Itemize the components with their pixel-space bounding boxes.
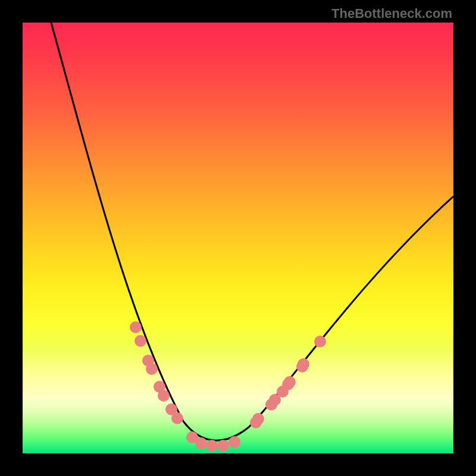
data-marker xyxy=(217,440,229,452)
data-marker xyxy=(314,336,326,347)
data-marker xyxy=(284,376,296,388)
data-marker xyxy=(134,335,146,347)
bottleneck-curve xyxy=(51,23,453,440)
data-marker xyxy=(206,440,218,452)
data-marker xyxy=(195,437,207,449)
data-marker xyxy=(252,413,264,425)
data-marker xyxy=(130,321,142,333)
curve-svg xyxy=(23,23,453,453)
data-marker xyxy=(228,436,240,448)
chart-frame xyxy=(23,23,453,453)
data-marker xyxy=(146,363,158,375)
data-marker xyxy=(171,412,183,424)
data-markers xyxy=(130,321,326,452)
attribution-text: TheBottleneck.com xyxy=(331,6,452,21)
data-marker xyxy=(298,358,309,370)
data-marker xyxy=(158,390,170,402)
